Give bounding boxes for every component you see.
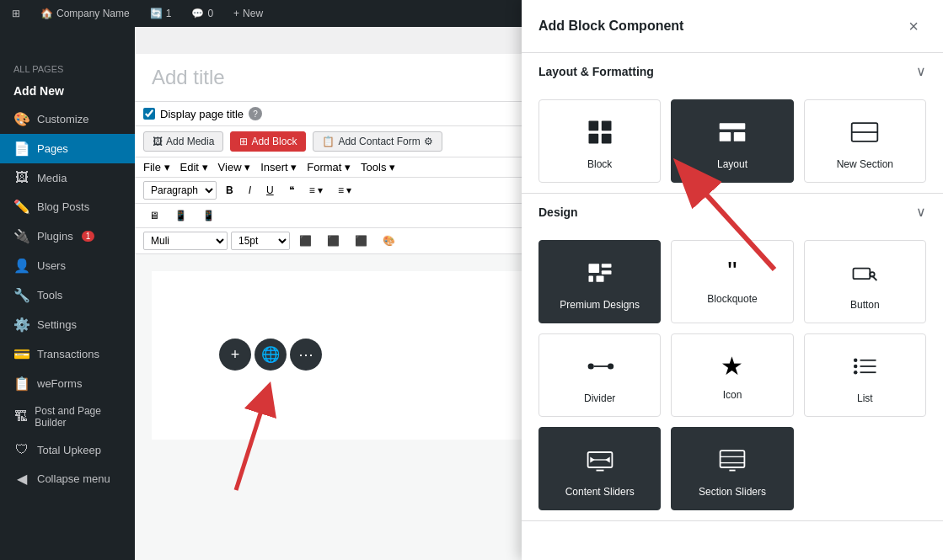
panel-item-divider[interactable]: Divider: [538, 333, 661, 417]
svg-point-27: [854, 371, 858, 375]
panel-item-list[interactable]: List: [804, 333, 926, 417]
ellipsis-button[interactable]: ⋯: [290, 339, 322, 371]
sidebar-item-total-upkeep[interactable]: 🛡 Total Upkeep: [0, 435, 135, 464]
add-content-button[interactable]: +: [219, 339, 251, 371]
updates-item[interactable]: 🔄 1: [145, 4, 177, 23]
sidebar-item-blog-posts[interactable]: ✏️ Blog Posts: [0, 192, 135, 221]
weforms-icon: 📋: [13, 376, 30, 392]
insert-menu[interactable]: Insert ▾: [260, 161, 297, 173]
display-title-label: Display page title: [160, 108, 244, 120]
svg-rect-16: [601, 270, 611, 275]
section-sliders-label: Section Sliders: [699, 486, 766, 498]
block-icon: [585, 117, 615, 150]
svg-rect-8: [720, 132, 731, 141]
font-size-select[interactable]: 15pt: [231, 232, 290, 250]
file-menu[interactable]: File ▾: [143, 161, 170, 173]
sidebar-item-media[interactable]: 🖼 Media: [0, 163, 135, 192]
panel-header: Add Block Component ×: [522, 0, 943, 53]
font-family-select[interactable]: Muli: [143, 232, 228, 250]
icon-label: Icon: [723, 389, 742, 401]
format-menu[interactable]: Format ▾: [307, 161, 351, 173]
wp-logo-item[interactable]: ⊞: [7, 4, 25, 23]
panel-item-new-section[interactable]: New Section: [804, 99, 926, 183]
panel-item-blockquote[interactable]: " Blockquote: [671, 240, 793, 323]
svg-point-23: [854, 359, 858, 363]
site-name-item[interactable]: 🏠 Company Name: [35, 4, 135, 23]
customize-label: Customize: [37, 113, 88, 125]
svg-point-22: [608, 363, 613, 369]
svg-rect-15: [601, 264, 611, 268]
table-button[interactable]: ⬛: [349, 232, 373, 249]
help-icon[interactable]: ?: [249, 107, 262, 120]
updates-count: 1: [166, 8, 172, 19]
blog-posts-label: Blog Posts: [37, 200, 89, 213]
panel-item-content-sliders[interactable]: Content Sliders: [538, 427, 661, 510]
edit-menu[interactable]: Edit ▾: [180, 161, 208, 173]
italic-button[interactable]: I: [243, 182, 257, 199]
globe-button[interactable]: 🌐: [255, 339, 287, 371]
sidebar-item-transactions[interactable]: 💳 Transactions: [0, 339, 135, 369]
panel-section-design-header[interactable]: Design ∨: [522, 194, 943, 230]
panel-section-layout-header[interactable]: Layout & Formatting ∨: [522, 53, 943, 89]
ppb-label: Post and Page Builder: [35, 405, 121, 429]
layout-label: Layout: [717, 158, 747, 170]
add-media-button[interactable]: 🖼 Add Media: [143, 131, 223, 152]
panel-item-block[interactable]: Block: [538, 99, 661, 183]
content-sliders-icon: [585, 445, 615, 477]
panel-title: Add Block Component: [538, 19, 683, 34]
svg-rect-34: [721, 451, 745, 467]
premium-designs-icon: [585, 258, 615, 291]
panel-item-layout[interactable]: Layout: [671, 99, 793, 183]
add-media-icon: 🖼: [153, 136, 163, 147]
transactions-label: Transactions: [37, 348, 99, 360]
sidebar-item-pages[interactable]: 📄 Pages: [0, 134, 135, 163]
align-left-button[interactable]: ⬛: [293, 232, 318, 249]
svg-point-19: [871, 272, 875, 276]
paragraph-select[interactable]: Paragraph: [143, 181, 217, 200]
svg-rect-14: [596, 276, 603, 282]
ul-button[interactable]: ≡ ▾: [303, 182, 329, 199]
panel-item-icon[interactable]: ★ Icon: [671, 333, 793, 417]
add-form-icon: 📋: [322, 136, 335, 147]
sidebar-item-plugins[interactable]: 🔌 Plugins 1: [0, 221, 135, 251]
settings-icon: ⚙️: [13, 317, 30, 333]
transactions-icon: 💳: [13, 346, 30, 362]
button-label: Button: [850, 299, 880, 311]
block-label: Block: [587, 158, 612, 170]
section-sliders-icon: [717, 445, 747, 477]
ol-button[interactable]: ≡ ▾: [332, 182, 357, 199]
panel-item-section-sliders[interactable]: Section Sliders: [671, 427, 793, 510]
panel-item-button[interactable]: Button: [804, 240, 926, 323]
panel-close-button[interactable]: ×: [901, 13, 926, 39]
display-title-checkbox[interactable]: [143, 108, 155, 120]
new-item[interactable]: + New: [228, 4, 268, 23]
align-center-button[interactable]: ⬛: [321, 232, 346, 249]
bold-button[interactable]: B: [220, 182, 239, 199]
comments-item[interactable]: 💬 0: [186, 4, 218, 23]
desktop-view-button[interactable]: 🖥: [143, 207, 165, 224]
svg-rect-13: [588, 276, 592, 282]
svg-rect-12: [588, 264, 599, 273]
view-menu[interactable]: View ▾: [218, 161, 251, 173]
mobile-view-button[interactable]: 📱: [196, 207, 221, 224]
panel-body: Layout & Formatting ∨ Block: [522, 53, 943, 560]
media-label: Media: [37, 172, 67, 184]
underline-button[interactable]: U: [260, 182, 280, 199]
sidebar-item-collapse[interactable]: ◀ Collapse menu: [0, 464, 135, 493]
tablet-view-button[interactable]: 📱: [169, 207, 193, 224]
users-icon: 👤: [13, 258, 30, 274]
sidebar-item-ppb[interactable]: 🏗 Post and Page Builder: [0, 398, 135, 435]
svg-marker-31: [590, 456, 594, 462]
sidebar-item-weforms[interactable]: 📋 weForms: [0, 369, 135, 398]
blockquote-button[interactable]: ❝: [283, 182, 300, 199]
plugins-badge: 1: [82, 231, 95, 242]
sidebar-item-users[interactable]: 👤 Users: [0, 251, 135, 280]
add-block-button[interactable]: ⊞ Add Block: [230, 131, 306, 152]
tools-menu[interactable]: Tools ▾: [361, 161, 395, 173]
sidebar-item-settings[interactable]: ⚙️ Settings: [0, 310, 135, 339]
sidebar-item-customize[interactable]: 🎨 Customize: [0, 104, 135, 134]
sidebar-item-tools[interactable]: 🔧 Tools: [0, 280, 135, 310]
panel-item-premium-designs[interactable]: Premium Designs: [538, 240, 661, 323]
color-button[interactable]: 🎨: [377, 232, 401, 249]
add-contact-form-button[interactable]: 📋 Add Contact Form ⚙: [313, 131, 442, 152]
